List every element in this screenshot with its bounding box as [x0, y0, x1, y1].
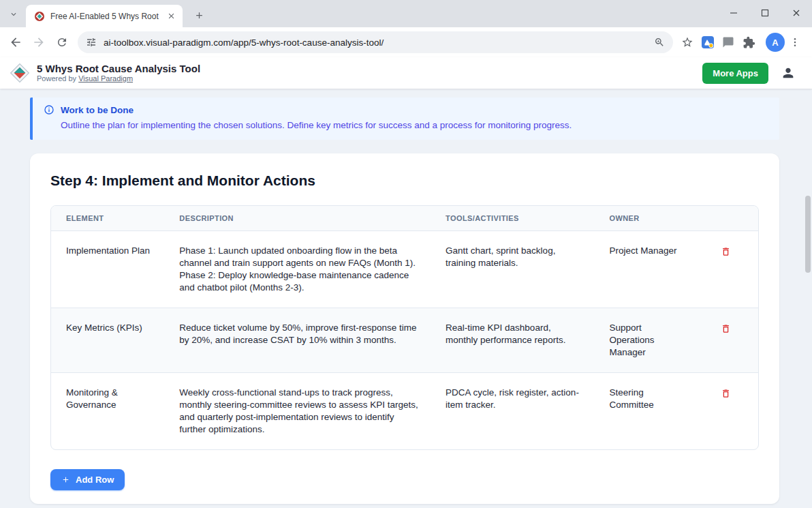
site-favicon: [34, 11, 45, 22]
actions-table: ELEMENT DESCRIPTION TOOLS/ACTIVITIES OWN…: [50, 205, 759, 450]
banner-title: Work to be Done: [61, 105, 134, 115]
zoom-icon[interactable]: [654, 37, 665, 48]
delete-row-button[interactable]: [719, 245, 732, 258]
column-header-owner: OWNER: [595, 206, 690, 231]
window-close-button[interactable]: [781, 0, 812, 26]
new-tab-button[interactable]: [191, 7, 207, 23]
back-button[interactable]: [4, 31, 27, 54]
browser-tab-bar: Free AI-Enabled 5 Whys Root C: [0, 0, 812, 27]
more-apps-button[interactable]: More Apps: [702, 63, 768, 84]
scrollbar-thumb[interactable]: [805, 196, 811, 273]
step-heading: Step 4: Implement and Monitor Actions: [50, 173, 759, 189]
app-header: 5 Whys Root Cause Analysis Tool Powered …: [0, 57, 812, 89]
tab-close-icon[interactable]: [165, 10, 177, 23]
cell-element[interactable]: Monitoring & Governance: [51, 373, 164, 450]
banner-description: Outline the plan for implementing the ch…: [61, 119, 768, 132]
trash-icon: [721, 388, 731, 399]
translate-extension-icon[interactable]: [698, 32, 718, 53]
address-bar[interactable]: ai-toolbox.visual-paradigm.com/app/5-why…: [78, 31, 673, 53]
plus-icon: [61, 475, 70, 484]
menu-dots-icon[interactable]: [785, 32, 805, 53]
forward-button[interactable]: [27, 31, 50, 54]
add-row-label: Add Row: [76, 475, 114, 485]
browser-toolbar: ai-toolbox.visual-paradigm.com/app/5-why…: [0, 27, 812, 57]
cell-description[interactable]: Reduce ticket volume by 50%, improve fir…: [164, 308, 431, 373]
column-header-element: ELEMENT: [51, 206, 164, 231]
app-title: 5 Whys Root Cause Analysis Tool: [37, 63, 200, 74]
cell-owner[interactable]: Project Manager: [595, 231, 690, 308]
chat-extension-icon[interactable]: [718, 32, 738, 53]
column-header-actions: [690, 206, 758, 231]
cell-description[interactable]: Phase 1: Launch updated onboarding flow …: [164, 231, 431, 308]
user-account-icon[interactable]: [778, 63, 798, 83]
delete-row-button[interactable]: [719, 387, 732, 400]
window-maximize-button[interactable]: [749, 0, 781, 26]
page-content: Work to be Done Outline the plan for imp…: [0, 89, 812, 504]
table-row: Key Metrics (KPIs) Reduce ticket volume …: [51, 308, 758, 373]
powered-by-prefix: Powered by: [37, 74, 78, 83]
tab-search-chevron-icon[interactable]: [5, 6, 22, 23]
add-row-button[interactable]: Add Row: [50, 469, 125, 490]
extensions-puzzle-icon[interactable]: [738, 32, 759, 53]
cell-owner[interactable]: Support Operations Manager: [595, 308, 690, 373]
cell-tools[interactable]: Real-time KPI dashboard, monthly perform…: [431, 308, 594, 373]
cell-description[interactable]: Weekly cross-functional stand-ups to tra…: [164, 373, 431, 450]
delete-row-button[interactable]: [719, 322, 732, 335]
table-row: Monitoring & Governance Weekly cross-fun…: [51, 373, 758, 450]
step-card: Step 4: Implement and Monitor Actions EL…: [30, 153, 779, 504]
window-minimize-button[interactable]: [718, 0, 749, 26]
browser-tab[interactable]: Free AI-Enabled 5 Whys Root C: [26, 5, 183, 27]
info-icon: [44, 104, 54, 115]
visual-paradigm-link[interactable]: Visual Paradigm: [78, 74, 133, 83]
column-header-description: DESCRIPTION: [164, 206, 431, 231]
profile-avatar[interactable]: A: [766, 33, 785, 52]
cell-owner[interactable]: Steering Committee: [595, 373, 690, 450]
site-settings-icon[interactable]: [86, 37, 97, 48]
url-text[interactable]: ai-toolbox.visual-paradigm.com/app/5-why…: [104, 38, 647, 48]
browser-window: Free AI-Enabled 5 Whys Root C: [0, 0, 812, 508]
column-header-tools: TOOLS/ACTIVITIES: [431, 206, 594, 231]
trash-icon: [721, 323, 731, 334]
cell-tools[interactable]: Gantt chart, sprint backlog, training ma…: [431, 231, 594, 308]
visual-paradigm-logo: [10, 63, 30, 83]
table-row: Implementation Plan Phase 1: Launch upda…: [51, 231, 758, 308]
bookmark-star-icon[interactable]: [677, 32, 698, 53]
window-controls: [718, 0, 812, 27]
cell-element[interactable]: Key Metrics (KPIs): [51, 308, 164, 373]
table-header-row: ELEMENT DESCRIPTION TOOLS/ACTIVITIES OWN…: [51, 206, 758, 231]
powered-by: Powered by Visual Paradigm: [37, 74, 200, 83]
cell-tools[interactable]: PDCA cycle, risk register, action-item t…: [431, 373, 594, 450]
cell-element[interactable]: Implementation Plan: [51, 231, 164, 308]
reload-button[interactable]: [50, 31, 74, 54]
tab-title: Free AI-Enabled 5 Whys Root C: [50, 12, 159, 21]
info-banner: Work to be Done Outline the plan for imp…: [30, 98, 779, 140]
trash-icon: [721, 246, 731, 257]
